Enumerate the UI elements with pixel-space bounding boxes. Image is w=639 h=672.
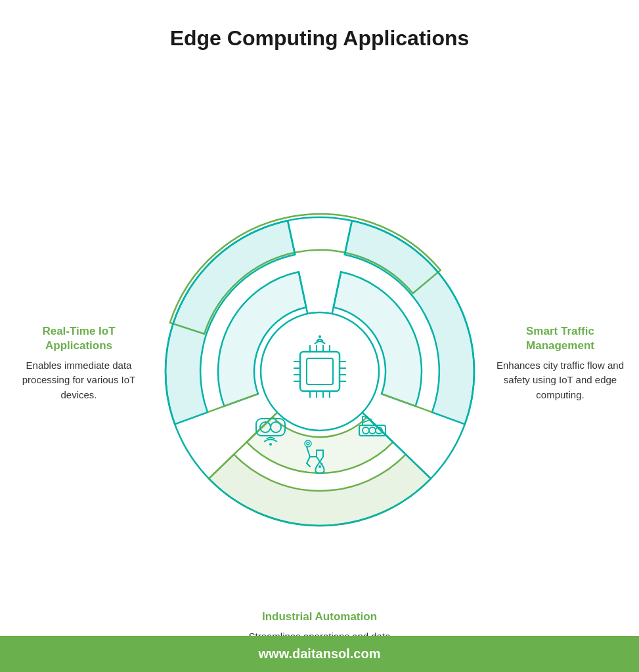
traffic-title: Smart Traffic Management bbox=[495, 324, 626, 353]
main-container: Edge Computing Applications Real-Time Io… bbox=[0, 0, 639, 672]
industrial-title: Industrial Automation bbox=[248, 610, 392, 624]
page-title: Edge Computing Applications bbox=[170, 26, 470, 51]
diagram-area: Real-Time IoT Applications Enables immed… bbox=[0, 70, 639, 672]
footer: www.daitansol.com bbox=[0, 636, 639, 672]
svg-point-10 bbox=[319, 465, 321, 468]
diagram-svg bbox=[149, 201, 491, 542]
svg-point-3 bbox=[269, 443, 272, 446]
footer-url: www.daitansol.com bbox=[259, 646, 381, 662]
iot-description: Enables immediate data processing for va… bbox=[13, 358, 144, 403]
right-panel: Smart Traffic Management Enhances city t… bbox=[495, 324, 626, 403]
traffic-description: Enhances city traffic flow and safety us… bbox=[495, 358, 626, 403]
diagram-svg-container bbox=[149, 201, 491, 542]
iot-title: Real-Time IoT Applications bbox=[13, 324, 144, 353]
center-circle bbox=[261, 312, 379, 430]
svg-point-11 bbox=[320, 463, 322, 465]
left-panel: Real-Time IoT Applications Enables immed… bbox=[13, 324, 144, 403]
svg-point-32 bbox=[319, 335, 321, 338]
